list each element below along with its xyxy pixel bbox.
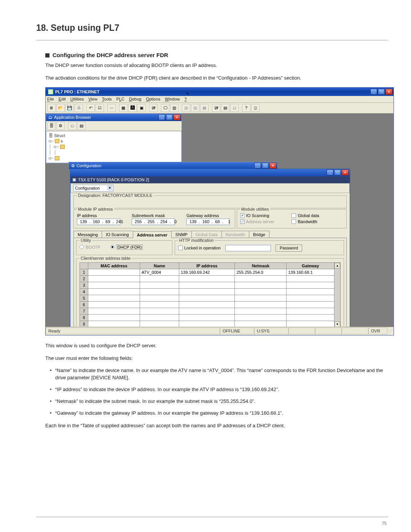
- cell-mac[interactable]: [88, 288, 140, 295]
- module-minimize[interactable]: _: [327, 169, 333, 176]
- cell-name[interactable]: ATV_0004: [140, 269, 179, 275]
- cell-netmask[interactable]: [235, 275, 287, 282]
- browser-tool-2[interactable]: ⚙: [56, 122, 65, 130]
- tool-button-2[interactable]: ▦: [119, 104, 127, 112]
- dhcp-radio[interactable]: [110, 245, 115, 249]
- tool-button-7[interactable]: ▥: [170, 104, 178, 112]
- chk-io-scanning-row[interactable]: ✓ IO Scanning: [240, 213, 292, 218]
- cell-ip[interactable]: [179, 295, 235, 301]
- resize-grip-icon[interactable]: ⋰: [387, 329, 393, 334]
- chk-bandwidth[interactable]: [292, 219, 296, 224]
- menu-plc[interactable]: PLC: [116, 97, 124, 102]
- table-row[interactable]: 9: [80, 321, 335, 327]
- ip-address-input[interactable]: 139 . 160 . 69 . 245: [77, 219, 120, 225]
- cell-ip[interactable]: [179, 275, 235, 282]
- config-close[interactable]: ×: [269, 163, 276, 169]
- http-text-field[interactable]: [225, 245, 271, 251]
- table-row[interactable]: 7: [80, 308, 335, 314]
- cell-name[interactable]: [140, 308, 179, 314]
- menu-view[interactable]: View: [88, 97, 97, 102]
- cell-name[interactable]: [140, 295, 179, 301]
- tab-address-server[interactable]: Address server: [133, 231, 172, 238]
- tab-bridge[interactable]: Bridge: [249, 231, 269, 238]
- tree-node[interactable]: s: [61, 139, 63, 143]
- menu-edit[interactable]: Edit: [59, 97, 66, 102]
- cell-gateway[interactable]: [287, 321, 335, 327]
- tool-button-3[interactable]: 🅰: [128, 104, 137, 112]
- print-button[interactable]: 🖶: [75, 104, 83, 112]
- menu-utilities[interactable]: Utilities: [70, 97, 84, 102]
- cell-name[interactable]: [140, 288, 179, 295]
- subnet-mask-input[interactable]: 255 . 255 . 254 . 0: [132, 219, 175, 225]
- tab-snmp[interactable]: SNMP: [171, 231, 192, 238]
- tool-button-1[interactable]: ▭: [107, 104, 116, 112]
- tab-messaging[interactable]: Messaging: [73, 231, 102, 238]
- module-maximize[interactable]: □: [334, 169, 341, 176]
- chk-global-data-row[interactable]: Global data: [292, 213, 343, 218]
- tab-io-scanning[interactable]: IO Scanning: [102, 231, 133, 238]
- browser-tool-3[interactable]: □: [68, 122, 76, 130]
- module-titlebar[interactable]: _ □ ×: [70, 169, 350, 176]
- new-button[interactable]: 🗎: [47, 104, 56, 112]
- cell-mac[interactable]: [88, 282, 140, 288]
- tool-button-12[interactable]: ▤: [221, 104, 229, 112]
- save-button[interactable]: 💾: [65, 104, 74, 112]
- menu-window[interactable]: Window: [165, 97, 180, 102]
- view-mode-combo[interactable]: Configuration ▼: [73, 185, 113, 192]
- cell-netmask[interactable]: 255.255.254.0: [235, 269, 287, 275]
- cell-mac[interactable]: [88, 314, 140, 321]
- browser-tool-1[interactable]: 🗄: [47, 122, 56, 130]
- tool-button-9[interactable]: ▨: [191, 104, 199, 112]
- cell-name[interactable]: [140, 301, 179, 308]
- config-maximize[interactable]: □: [262, 163, 269, 169]
- browser-titlebar[interactable]: 🗂 Application Browser _ □ ×: [46, 114, 182, 121]
- table-row[interactable]: 4: [80, 288, 335, 295]
- locked-checkbox[interactable]: [178, 246, 183, 250]
- tree-view[interactable]: 🗄Struct ⊟─ s │ ⊟─ │ │ ⊟─: [46, 131, 182, 163]
- cell-mac[interactable]: [88, 295, 140, 301]
- cell-gateway[interactable]: 139.160.68.1: [287, 269, 335, 275]
- cell-netmask[interactable]: [235, 321, 287, 327]
- cell-netmask[interactable]: [235, 314, 287, 321]
- cell-ip[interactable]: [179, 321, 235, 327]
- table-scroll-up[interactable]: ▲: [335, 263, 340, 268]
- help-button[interactable]: ?: [242, 104, 250, 112]
- module-close[interactable]: ×: [342, 169, 349, 176]
- tool-button-4[interactable]: ▣: [137, 104, 146, 112]
- cell-name[interactable]: [140, 275, 179, 282]
- cell-gateway[interactable]: [287, 288, 335, 295]
- chk-io-scanning[interactable]: ✓: [240, 213, 245, 218]
- tool-button-13[interactable]: □: [230, 104, 239, 112]
- open-button[interactable]: 📂: [56, 104, 65, 112]
- tool-button-10[interactable]: ▩: [200, 104, 209, 112]
- main-titlebar[interactable]: PL7 PRO : ETHERNET _ □ ×: [46, 88, 393, 96]
- cell-gateway[interactable]: [287, 282, 335, 288]
- table-row[interactable]: 8: [80, 314, 335, 321]
- browser-tool-4[interactable]: ▤: [77, 122, 86, 130]
- cell-name[interactable]: [140, 321, 179, 327]
- address-table[interactable]: MAC address Name IP address Netmask Gate…: [80, 262, 335, 327]
- chk-bandwidth-row[interactable]: Bandwidth: [292, 219, 343, 224]
- chk-global-data[interactable]: [292, 213, 296, 218]
- table-row[interactable]: 2: [80, 275, 335, 282]
- cell-ip[interactable]: [179, 282, 235, 288]
- cell-netmask[interactable]: [235, 308, 287, 314]
- minimize-button[interactable]: _: [370, 89, 377, 95]
- cell-netmask[interactable]: [235, 301, 287, 308]
- cell-mac[interactable]: [88, 275, 140, 282]
- cell-ip[interactable]: [179, 308, 235, 314]
- undo-button[interactable]: ↶: [86, 104, 95, 112]
- cell-netmask[interactable]: [235, 282, 287, 288]
- password-button[interactable]: Password: [276, 244, 302, 252]
- cell-ip[interactable]: 139.160.69.242: [179, 269, 235, 275]
- cell-mac[interactable]: [88, 308, 140, 314]
- table-row[interactable]: 1ATV_0004139.160.69.242255.255.254.0139.…: [80, 269, 335, 275]
- context-help-button[interactable]: ⍰: [251, 104, 260, 112]
- browser-minimize[interactable]: _: [158, 114, 165, 120]
- dhcp-radio-row[interactable]: DHCP (FDR): [110, 244, 143, 250]
- browser-close[interactable]: ×: [174, 114, 180, 120]
- menu-help[interactable]: ?: [184, 97, 186, 102]
- table-row[interactable]: 5: [80, 295, 335, 301]
- cell-ip[interactable]: [179, 288, 235, 295]
- cell-ip[interactable]: [179, 301, 235, 308]
